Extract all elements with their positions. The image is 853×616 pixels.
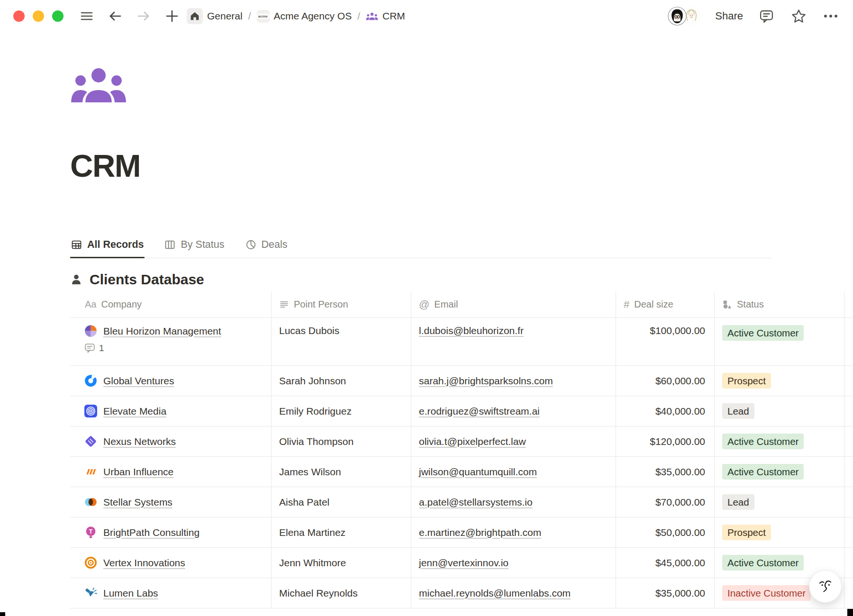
breadcrumb-acme-agency-os[interactable]: acme Acme Agency OS [257, 10, 352, 23]
column-label: Email [434, 299, 458, 310]
company-cell: Urban Influence [70, 457, 272, 487]
status-cell[interactable]: Active Customer [715, 318, 844, 365]
hamburger-menu-icon[interactable] [79, 8, 95, 24]
email-link[interactable]: jenn@vertexinnov.io [419, 557, 508, 569]
company-link[interactable]: Global Ventures [103, 375, 174, 387]
company-link[interactable]: Bleu Horizon Management [103, 326, 221, 337]
people-group-icon[interactable] [70, 65, 127, 105]
status-cell[interactable]: Prospect [715, 517, 844, 547]
company-cell: Elevate Media [70, 396, 272, 426]
tab-label: Deals [262, 239, 288, 251]
point-person-cell[interactable]: Lucas Dubois [272, 318, 411, 365]
company-cell: Stellar Systems [70, 487, 272, 517]
status-cell[interactable]: Active Customer [715, 457, 844, 487]
database-title-row: Clients Database [70, 272, 853, 288]
table-row[interactable]: Urban InfluenceJames Wilsonjwilson@quant… [70, 457, 853, 487]
clients-database-table: Aa Company Point Person @ Email # Deal s… [70, 291, 853, 608]
notion-ai-button[interactable] [809, 570, 842, 603]
minimize-button[interactable] [33, 10, 44, 22]
at-sign-icon: @ [419, 299, 429, 311]
deal-size-cell[interactable]: $35,000.00 [616, 457, 715, 487]
tab-deals[interactable]: Deals [245, 235, 289, 258]
column-header-point-person[interactable]: Point Person [272, 291, 411, 317]
status-badge: Active Customer [722, 325, 804, 341]
email-link[interactable]: l.dubois@bleuhorizon.fr [419, 325, 524, 336]
person-icon [70, 273, 82, 286]
column-header-email[interactable]: @ Email [411, 291, 616, 317]
email-link[interactable]: jwilson@quantumquill.com [419, 466, 537, 478]
status-cell[interactable]: Active Customer [715, 426, 844, 456]
company-link[interactable]: BrightPath Consulting [103, 527, 200, 538]
company-cell: Nexus Networks [70, 426, 272, 456]
status-badge: Prospect [722, 373, 771, 389]
deal-size-cell[interactable]: $45,000.00 [616, 548, 715, 578]
email-link[interactable]: olivia.t@pixelperfect.law [419, 436, 526, 447]
tab-all-records[interactable]: All Records [70, 235, 145, 258]
share-button[interactable]: Share [715, 10, 743, 22]
company-link[interactable]: Stellar Systems [103, 497, 172, 508]
status-cell[interactable]: Prospect [715, 366, 844, 396]
company-cell: Bleu Horizon Management1 [70, 318, 272, 365]
point-person-cell[interactable]: Aisha Patel [272, 487, 411, 517]
screenshot-artifact [847, 609, 853, 616]
table-row[interactable]: Lumen LabsMichael Reynoldsmichael.reynol… [70, 578, 853, 608]
star-icon[interactable] [789, 7, 808, 25]
point-person-cell[interactable]: James Wilson [272, 457, 411, 487]
email-link[interactable]: a.patel@stellarsystems.io [419, 497, 533, 508]
email-cell: e.rodriguez@swiftstream.ai [411, 396, 616, 426]
point-person-cell[interactable]: Olivia Thompson [272, 426, 411, 456]
email-link[interactable]: sarah.j@brightsparksolns.com [419, 375, 553, 387]
comment-bubble-icon[interactable] [757, 7, 775, 25]
point-person-cell[interactable]: Jenn Whitmore [272, 548, 411, 578]
column-header-deal-size[interactable]: # Deal size [616, 291, 715, 317]
company-link[interactable]: Urban Influence [103, 466, 173, 478]
table-row[interactable]: TBrightPath ConsultingElena Martineze.ma… [70, 517, 853, 548]
table-row[interactable]: Stellar SystemsAisha Patela.patel@stella… [70, 487, 853, 517]
table-row[interactable]: Bleu Horizon Management1Lucas Duboisl.du… [70, 318, 853, 366]
deal-size-cell[interactable]: $120,000.00 [616, 426, 715, 456]
point-person-cell[interactable]: Emily Rodriguez [272, 396, 411, 426]
company-link[interactable]: Nexus Networks [103, 436, 176, 447]
deal-size-cell[interactable]: $35,000.00 [616, 578, 715, 608]
column-header-status[interactable]: Status [715, 291, 844, 317]
company-link[interactable]: Lumen Labs [103, 588, 158, 599]
close-button[interactable] [13, 10, 25, 22]
deal-size-cell[interactable]: $100,000.00 [616, 318, 715, 365]
forward-arrow-icon[interactable] [136, 8, 152, 24]
column-label: Deal size [634, 299, 673, 310]
comment-count-badge[interactable]: 1 [84, 343, 104, 353]
company-link[interactable]: Vertex Innovations [103, 557, 185, 569]
new-page-plus-icon[interactable] [164, 8, 180, 24]
presence-avatars[interactable] [668, 7, 701, 26]
deal-size-cell[interactable]: $60,000.00 [616, 366, 715, 396]
tab-label: By Status [181, 239, 224, 251]
table-row[interactable]: Elevate MediaEmily Rodrigueze.rodriguez@… [70, 396, 853, 426]
status-cell[interactable]: Lead [715, 396, 844, 426]
email-cell: jenn@vertexinnov.io [411, 548, 616, 578]
svg-text:T: T [89, 528, 93, 535]
point-person-cell[interactable]: Elena Martinez [272, 517, 411, 547]
email-link[interactable]: e.rodriguez@swiftstream.ai [419, 406, 540, 417]
table-row[interactable]: Nexus NetworksOlivia Thompsonolivia.t@pi… [70, 426, 853, 457]
company-link[interactable]: Elevate Media [103, 406, 166, 417]
vertex-innovations-logo-icon [84, 556, 97, 569]
point-person-cell[interactable]: Michael Reynolds [272, 578, 411, 608]
back-arrow-icon[interactable] [107, 8, 123, 24]
status-badge: Inactive Customer [722, 585, 811, 601]
email-link[interactable]: e.martinez@brightpath.com [419, 527, 541, 538]
tab-by-status[interactable]: By Status [163, 235, 225, 258]
column-header-company[interactable]: Aa Company [70, 291, 272, 317]
status-cell[interactable]: Lead [715, 487, 844, 517]
deal-size-cell[interactable]: $40,000.00 [616, 396, 715, 426]
breadcrumb-general[interactable]: General [187, 8, 243, 24]
ellipsis-icon[interactable] [822, 7, 840, 25]
breadcrumb-crm[interactable]: CRM [366, 10, 405, 22]
deal-size-cell[interactable]: $50,000.00 [616, 517, 715, 547]
deal-size-cell[interactable]: $70,000.00 [616, 487, 715, 517]
table-row[interactable]: Global VenturesSarah Johnsonsarah.j@brig… [70, 366, 853, 396]
zoom-button[interactable] [52, 10, 64, 22]
breadcrumb-separator: / [357, 10, 360, 22]
point-person-cell[interactable]: Sarah Johnson [272, 366, 411, 396]
table-row[interactable]: Vertex InnovationsJenn Whitmorejenn@vert… [70, 548, 853, 578]
email-link[interactable]: michael.reynolds@lumenlabs.com [419, 588, 571, 599]
